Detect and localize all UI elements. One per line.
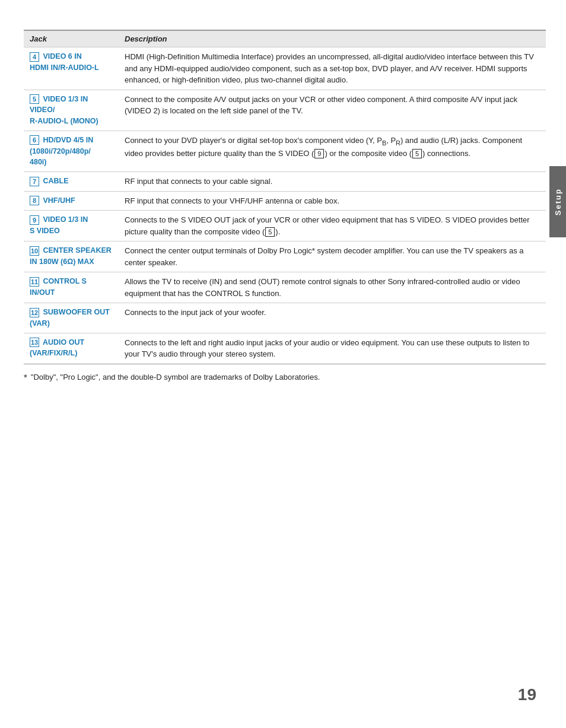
jack-name-line: R-AUDIO-L (MONO) [30,117,98,125]
jack-name: CONTROL S [41,277,87,285]
jack-name: CABLE [41,177,69,185]
jack-number: 9 [30,215,39,225]
desc-cell: Connects to the left and right audio inp… [119,333,546,364]
jack-number: 13 [30,338,39,347]
jack-cell: 9 VIDEO 1/3 INS VIDEO [24,211,119,241]
table-row: 8 VHF/UHFRF input that connects to your … [24,191,546,211]
desc-cell: Connect to the composite A/V output jack… [119,90,546,131]
table-row: 6 HD/DVD 4/5 IN(1080i/720p/480p/480i)Con… [24,131,546,171]
reference-number: 9 [314,149,324,158]
jack-name: HD/DVD 4/5 IN [41,136,93,144]
jack-number: 5 [30,94,39,104]
page-container: Setup Jack Description 4 VIDEO 6 INHDMI … [0,0,566,728]
jack-name: VIDEO 6 IN [41,52,82,61]
footnote-text: "Dolby", "Pro Logic", and the double-D s… [31,373,320,382]
jack-number: 11 [30,277,39,287]
jack-cell: 8 VHF/UHF [24,191,119,211]
side-tab-label: Setup [554,188,562,215]
desc-cell: Connects to the input jack of your woofe… [119,303,546,333]
desc-cell: HDMI (High-Definition Multimedia Interfa… [119,47,546,90]
footnote-star: * [24,373,27,382]
table-row: 13 AUDIO OUT(VAR/FIX/R/L)Connects to the… [24,333,546,364]
jacks-table: Jack Description 4 VIDEO 6 INHDMI IN/R-A… [24,30,546,364]
desc-cell: Allows the TV to receive (IN) and send (… [119,272,546,303]
table-row: 11 CONTROL SIN/OUTAllows the TV to recei… [24,272,546,303]
jack-cell: 7 CABLE [24,172,119,192]
table-row: 4 VIDEO 6 INHDMI IN/R-AUDIO-LHDMI (High-… [24,47,546,90]
jack-number: 4 [30,52,39,62]
jack-name: VIDEO 1/3 IN [41,215,88,224]
table-row: 10 CENTER SPEAKERIN 180W (6Ω) MAXConnect… [24,241,546,272]
table-row: 7 CABLERF input that connects to your ca… [24,172,546,192]
table-row: 12 SUBWOOFER OUT(VAR)Connects to the inp… [24,303,546,333]
jack-cell: 4 VIDEO 6 INHDMI IN/R-AUDIO-L [24,47,119,90]
table-row: 5 VIDEO 1/3 INVIDEO/R-AUDIO-L (MONO)Conn… [24,90,546,131]
jack-name: VIDEO 1/3 IN [41,95,88,103]
jack-cell: 5 VIDEO 1/3 INVIDEO/R-AUDIO-L (MONO) [24,90,119,131]
footnote: * "Dolby", "Pro Logic", and the double-D… [24,373,554,382]
desc-cell: Connect the center output terminals of D… [119,241,546,272]
jack-number: 6 [30,135,39,145]
jack-number: 12 [30,308,39,317]
jack-name-line: 480i) [30,158,47,166]
jack-name: VHF/UHF [41,196,75,205]
jack-name: CENTER SPEAKER [41,246,112,255]
jack-name-line: IN/OUT [30,288,55,297]
reference-number: 5 [412,149,422,158]
subscript-text: B [382,139,386,146]
jack-number: 7 [30,177,39,186]
jack-name-line: HDMI IN/R-AUDIO-L [30,63,99,72]
desc-cell: RF input that connects to your VHF/UHF a… [119,191,546,211]
jack-name-line: S VIDEO [30,227,60,235]
jack-cell: 11 CONTROL SIN/OUT [24,272,119,303]
desc-cell: Connects to the S VIDEO OUT jack of your… [119,211,546,241]
jack-cell: 10 CENTER SPEAKERIN 180W (6Ω) MAX [24,241,119,272]
jack-name-line: IN 180W (6Ω) MAX [30,257,94,266]
jack-name-line: (VAR) [30,319,50,328]
table-row: 9 VIDEO 1/3 INS VIDEOConnects to the S V… [24,211,546,241]
reference-number: 5 [265,227,275,237]
jack-name-line: VIDEO/ [30,106,55,114]
jack-name-line: (1080i/720p/480p/ [30,147,91,155]
jack-number: 10 [30,246,39,256]
desc-cell: RF input that connects to your cable sig… [119,172,546,192]
col-header-jack: Jack [24,30,119,47]
jack-name: AUDIO OUT [41,338,84,346]
jack-name: SUBWOOFER OUT [41,308,110,316]
jack-cell: 6 HD/DVD 4/5 IN(1080i/720p/480p/480i) [24,131,119,171]
page-number: 19 [518,685,536,704]
desc-cell: Connect to your DVD player's or digital … [119,131,546,171]
jack-number: 8 [30,196,39,205]
subscript-text: R [396,139,400,146]
jack-cell: 13 AUDIO OUT(VAR/FIX/R/L) [24,333,119,364]
jack-cell: 12 SUBWOOFER OUT(VAR) [24,303,119,333]
jack-name-line: (VAR/FIX/R/L) [30,349,77,357]
col-header-description: Description [119,30,546,47]
side-tab: Setup [549,166,566,237]
